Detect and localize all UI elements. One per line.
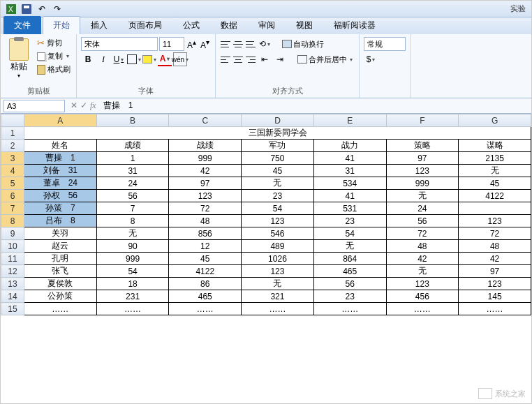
cell[interactable]: 856 bbox=[169, 227, 242, 240]
cell[interactable]: 42 bbox=[386, 253, 459, 265]
row-header[interactable]: 4 bbox=[1, 165, 24, 177]
cell[interactable]: 无 bbox=[459, 165, 531, 177]
cell[interactable]: 4122 bbox=[459, 190, 531, 202]
cell[interactable]: 无 bbox=[386, 190, 459, 202]
tab-file[interactable]: 文件 bbox=[3, 16, 41, 34]
cell[interactable]: 546 bbox=[242, 227, 314, 240]
cell[interactable]: …… bbox=[242, 303, 314, 315]
fill-color-button[interactable] bbox=[142, 52, 156, 66]
cell[interactable]: 56 bbox=[386, 215, 459, 227]
cell[interactable]: 48 bbox=[386, 240, 459, 253]
col-header-B[interactable]: B bbox=[96, 114, 169, 127]
cell[interactable]: 864 bbox=[313, 253, 386, 265]
cell[interactable]: 48 bbox=[169, 215, 242, 227]
col-header-D[interactable]: D bbox=[242, 114, 314, 127]
cell[interactable]: 战力 bbox=[313, 140, 386, 152]
wrap-text-button[interactable]: 自动换行 bbox=[280, 38, 326, 50]
align-right-icon[interactable] bbox=[245, 54, 256, 64]
cell[interactable]: 张飞 bbox=[24, 265, 97, 278]
orientation-button[interactable]: ⟲ bbox=[258, 37, 272, 51]
cell[interactable]: 123 bbox=[459, 278, 531, 290]
cell[interactable]: 成绩 bbox=[96, 140, 169, 152]
row-header[interactable]: 2 bbox=[1, 140, 24, 152]
tab-review[interactable]: 审阅 bbox=[248, 16, 286, 34]
underline-button[interactable]: U bbox=[112, 52, 126, 66]
name-box[interactable] bbox=[3, 100, 65, 112]
copy-button[interactable]: 复制 bbox=[36, 50, 72, 62]
cell[interactable]: 公孙策 bbox=[24, 290, 97, 303]
cell[interactable]: 2135 bbox=[459, 152, 531, 165]
cell[interactable]: 24 bbox=[386, 202, 459, 215]
cell[interactable]: 赵云 bbox=[24, 240, 97, 253]
row-header[interactable]: 6 bbox=[1, 190, 24, 202]
cell[interactable]: 999 bbox=[386, 177, 459, 190]
cell[interactable]: …… bbox=[459, 303, 531, 315]
cell[interactable]: 999 bbox=[96, 253, 169, 265]
cancel-formula-icon[interactable]: ✕ bbox=[71, 100, 77, 111]
cut-button[interactable]: ✂剪切 bbox=[36, 37, 72, 49]
col-header-F[interactable]: F bbox=[386, 114, 459, 127]
cell[interactable]: 18 bbox=[96, 278, 169, 290]
cell[interactable]: 72 bbox=[169, 202, 242, 215]
italic-button[interactable]: I bbox=[96, 52, 110, 66]
cell[interactable]: 123 bbox=[459, 215, 531, 227]
tab-view[interactable]: 视图 bbox=[286, 16, 323, 34]
row-header[interactable]: 3 bbox=[1, 152, 24, 165]
cell[interactable]: 31 bbox=[96, 165, 169, 177]
col-header-E[interactable]: E bbox=[313, 114, 386, 127]
phonetic-button[interactable]: wén bbox=[173, 52, 187, 66]
cell[interactable]: …… bbox=[386, 303, 459, 315]
cell[interactable]: 31 bbox=[313, 165, 386, 177]
bold-button[interactable]: B bbox=[81, 52, 95, 66]
cell[interactable]: 24 bbox=[96, 177, 169, 190]
tab-home[interactable]: 开始 bbox=[43, 16, 80, 34]
align-top-icon[interactable] bbox=[220, 39, 231, 49]
cell[interactable]: …… bbox=[169, 303, 242, 315]
cell[interactable]: 孙权 56 bbox=[24, 190, 97, 202]
cell[interactable]: 231 bbox=[96, 290, 169, 303]
increase-indent-icon[interactable]: ⇥ bbox=[273, 52, 287, 66]
cell[interactable]: 7 bbox=[96, 202, 169, 215]
cell[interactable]: 456 bbox=[386, 290, 459, 303]
cell[interactable]: 90 bbox=[96, 240, 169, 253]
cell[interactable]: 489 bbox=[242, 240, 314, 253]
cell[interactable]: 无 bbox=[242, 278, 314, 290]
font-size-select[interactable] bbox=[159, 37, 184, 51]
align-middle-icon[interactable] bbox=[232, 39, 244, 49]
cell[interactable]: 72 bbox=[459, 227, 531, 240]
cell[interactable]: 45 bbox=[169, 253, 242, 265]
cell[interactable]: 531 bbox=[313, 202, 386, 215]
row-header[interactable]: 13 bbox=[1, 278, 24, 290]
cell[interactable]: …… bbox=[96, 303, 169, 315]
font-name-select[interactable] bbox=[81, 37, 158, 51]
cell[interactable]: 无 bbox=[96, 227, 169, 240]
paste-button[interactable]: 粘贴 ▾ bbox=[5, 37, 33, 84]
cell[interactable]: 48 bbox=[459, 240, 531, 253]
cell[interactable]: 三国新委同学会 bbox=[24, 127, 531, 140]
cell[interactable]: …… bbox=[24, 303, 97, 315]
row-header[interactable]: 9 bbox=[1, 227, 24, 240]
cell[interactable]: 23 bbox=[313, 290, 386, 303]
cell[interactable]: 97 bbox=[169, 177, 242, 190]
font-color-button[interactable]: A bbox=[158, 52, 172, 66]
cell[interactable]: 97 bbox=[459, 265, 531, 278]
cell[interactable]: 999 bbox=[169, 152, 242, 165]
cell[interactable]: 谋略 bbox=[459, 140, 531, 152]
redo-icon[interactable]: ↷ bbox=[51, 3, 64, 15]
cell[interactable]: 41 bbox=[313, 190, 386, 202]
align-bottom-icon[interactable] bbox=[245, 39, 256, 49]
tab-data[interactable]: 数据 bbox=[210, 16, 248, 34]
row-header[interactable]: 1 bbox=[1, 127, 24, 140]
formula-input[interactable] bbox=[99, 100, 531, 112]
cell[interactable] bbox=[459, 202, 531, 215]
cell[interactable]: 56 bbox=[313, 278, 386, 290]
row-header[interactable]: 12 bbox=[1, 265, 24, 278]
cell[interactable]: 123 bbox=[169, 190, 242, 202]
cell[interactable]: 86 bbox=[169, 278, 242, 290]
cell[interactable]: 41 bbox=[313, 152, 386, 165]
format-painter-button[interactable]: 格式刷 bbox=[36, 63, 72, 75]
cell[interactable]: 孔明 bbox=[24, 253, 97, 265]
cell[interactable]: 145 bbox=[459, 290, 531, 303]
shrink-font-icon[interactable]: A▾ bbox=[199, 38, 211, 50]
select-all-corner[interactable] bbox=[1, 114, 24, 127]
